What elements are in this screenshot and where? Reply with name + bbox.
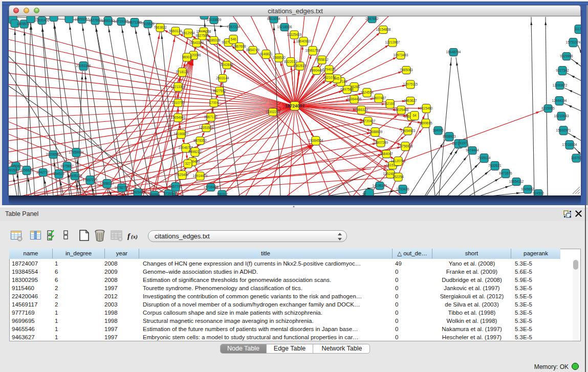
svg-text:11176: 11176: [574, 27, 581, 31]
svg-text:10719185: 10719185: [114, 19, 129, 23]
svg-text:7357224: 7357224: [227, 25, 240, 29]
svg-text:1588520: 1588520: [272, 56, 286, 59]
svg-text:18807249: 18807249: [374, 141, 388, 144]
svg-text:9245652: 9245652: [521, 187, 534, 191]
svg-text:16914479: 16914479: [193, 174, 208, 178]
svg-text:9327503: 9327503: [195, 34, 209, 37]
svg-text:7986322: 7986322: [355, 108, 368, 112]
svg-text:87201: 87201: [164, 192, 173, 195]
svg-text:9457791: 9457791: [169, 185, 182, 188]
svg-text:6899695: 6899695: [419, 121, 432, 125]
svg-text:16648794: 16648794: [446, 50, 461, 54]
svg-text:17957225: 17957225: [83, 178, 98, 182]
svg-text:8912954: 8912954: [182, 31, 195, 35]
svg-text:f: f: [127, 232, 131, 240]
svg-text:10958117: 10958117: [100, 182, 115, 185]
svg-text:9474444: 9474444: [466, 148, 479, 152]
svg-text:18640910: 18640910: [296, 39, 311, 43]
svg-text:15720407: 15720407: [361, 119, 376, 123]
svg-text:327: 327: [185, 162, 191, 165]
svg-text:8990448: 8990448: [310, 69, 323, 72]
svg-text:6794028: 6794028: [322, 68, 336, 71]
svg-text:8322037: 8322037: [284, 60, 297, 63]
svg-text:7625402: 7625402: [176, 173, 189, 177]
svg-text:29053346: 29053346: [76, 64, 91, 68]
svg-text:15302275: 15302275: [266, 110, 280, 114]
svg-text:9146821: 9146821: [259, 52, 273, 56]
svg-text:19384554: 19384554: [309, 139, 323, 142]
svg-text:11325419: 11325419: [287, 33, 302, 36]
svg-text:17359924: 17359924: [69, 150, 84, 154]
svg-text:9463627: 9463627: [404, 99, 417, 102]
svg-text:12905135: 12905135: [68, 174, 82, 178]
svg-text:796312: 796312: [216, 192, 228, 195]
svg-text:39159: 39159: [9, 168, 17, 172]
svg-text:10033809: 10033809: [207, 18, 222, 21]
svg-text:8867130: 8867130: [204, 115, 217, 119]
svg-text:12213967: 12213967: [385, 40, 400, 44]
svg-text:5498222: 5498222: [188, 150, 202, 154]
svg-text:6466160: 6466160: [101, 19, 115, 23]
svg-text:1156829: 1156829: [20, 168, 33, 172]
svg-text:252254: 252254: [393, 175, 404, 179]
svg-text:8878352: 8878352: [193, 139, 207, 142]
svg-text:12213369: 12213369: [171, 85, 186, 89]
svg-text:7485063: 7485063: [400, 68, 413, 72]
svg-text:1527602: 1527602: [89, 18, 102, 22]
svg-text:16782759: 16782759: [115, 186, 129, 189]
svg-text:15692971: 15692971: [556, 128, 571, 132]
svg-text:16120746: 16120746: [391, 159, 406, 163]
svg-text:64: 64: [412, 114, 417, 117]
svg-text:8938923: 8938923: [443, 135, 456, 138]
svg-text:2603144: 2603144: [216, 76, 229, 80]
svg-text:16961758: 16961758: [306, 49, 320, 52]
svg-text:10973493: 10973493: [394, 53, 408, 57]
svg-text:15751074: 15751074: [566, 40, 581, 44]
svg-text:9329966: 9329966: [560, 54, 573, 58]
svg-text:546: 546: [231, 37, 236, 41]
svg-text:15716485: 15716485: [204, 185, 219, 189]
svg-text:10607487: 10607487: [372, 96, 386, 100]
svg-text:7632621: 7632621: [488, 164, 502, 167]
svg-text:164095: 164095: [432, 128, 444, 132]
svg-text:98903: 98903: [182, 55, 191, 59]
svg-text:10653267: 10653267: [75, 17, 90, 21]
svg-text:8471676: 8471676: [499, 171, 512, 175]
svg-text:20206563: 20206563: [46, 152, 61, 156]
svg-text:2935114: 2935114: [478, 156, 491, 160]
svg-text:12923448: 12923448: [130, 190, 145, 194]
svg-text:154519: 154519: [53, 172, 64, 176]
svg-text:8186328: 8186328: [207, 38, 221, 42]
svg-text:20364436: 20364436: [347, 97, 362, 101]
svg-text:8427552: 8427552: [213, 89, 226, 93]
svg-text:16543382: 16543382: [189, 41, 204, 45]
svg-text:1010755: 1010755: [171, 101, 185, 104]
svg-text:3624554: 3624554: [360, 91, 374, 94]
svg-text:19756928: 19756928: [398, 144, 413, 148]
svg-text:17016504: 17016504: [562, 143, 577, 146]
svg-text:14196141: 14196141: [373, 184, 387, 187]
svg-text:9115460: 9115460: [420, 106, 433, 110]
svg-text:1362615: 1362615: [293, 64, 307, 68]
svg-text:2087682: 2087682: [365, 17, 379, 20]
svg-text:9975867: 9975867: [60, 164, 74, 168]
svg-text:9242848: 9242848: [220, 63, 233, 67]
svg-text:10654112: 10654112: [509, 180, 524, 183]
svg-text:19166827: 19166827: [174, 132, 189, 136]
svg-text:9227342: 9227342: [556, 69, 569, 72]
svg-text:16154808: 16154808: [376, 28, 391, 31]
svg-text:7663822: 7663822: [154, 26, 167, 29]
svg-text:7515526: 7515526: [141, 22, 155, 26]
svg-text:1621072: 1621072: [323, 76, 336, 79]
svg-text:12353594: 12353594: [199, 126, 214, 129]
svg-text:19218506: 19218506: [277, 25, 292, 29]
svg-text:10688609: 10688609: [368, 130, 383, 134]
svg-text:6497568: 6497568: [340, 87, 354, 91]
svg-text:2942737: 2942737: [36, 170, 50, 174]
svg-text:924502: 924502: [533, 191, 544, 195]
svg-text:2718120: 2718120: [176, 70, 189, 74]
svg-text:10025488: 10025488: [394, 108, 409, 112]
svg-text:12444194: 12444194: [552, 99, 567, 102]
svg-text:20691406: 20691406: [35, 18, 50, 22]
svg-text:8215955: 8215955: [541, 106, 555, 110]
